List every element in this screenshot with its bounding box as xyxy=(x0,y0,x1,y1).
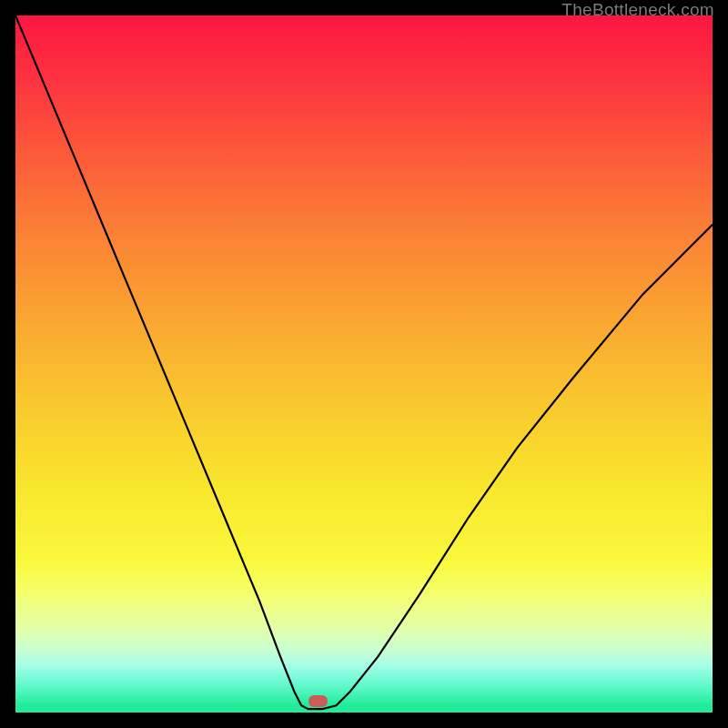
chart-curve xyxy=(15,15,713,713)
optimal-marker xyxy=(308,695,328,707)
